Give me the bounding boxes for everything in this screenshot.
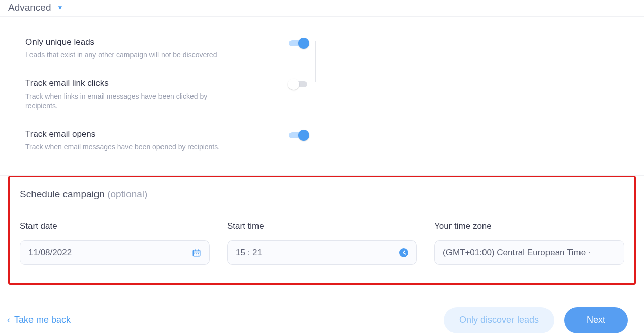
- start-time-field: Start time 15 : 21: [227, 221, 417, 265]
- field-label: Start date: [20, 221, 210, 231]
- setting-title: Only unique leads: [25, 37, 217, 47]
- toggle-unique-leads[interactable]: [289, 40, 307, 46]
- clock-icon: [399, 248, 408, 257]
- setting-description: Leads that exist in any other campaign w…: [25, 50, 217, 60]
- setting-description: Track when email messages have been open…: [25, 142, 220, 152]
- setting-track-clicks: Track email link clicks Track when links…: [25, 75, 307, 126]
- next-button[interactable]: Next: [564, 307, 628, 333]
- advanced-settings: Only unique leads Leads that exist in an…: [8, 17, 636, 175]
- field-label: Your time zone: [434, 221, 624, 231]
- chevron-down-icon: ▼: [57, 4, 63, 11]
- schedule-heading: Schedule campaign (optional): [20, 189, 624, 200]
- advanced-title: Advanced: [8, 2, 51, 13]
- setting-title: Track email opens: [25, 129, 220, 139]
- take-me-back-link[interactable]: ‹ Take me back: [7, 315, 71, 325]
- start-date-input[interactable]: 11/08/2022: [20, 240, 210, 265]
- setting-title: Track email link clicks: [25, 78, 239, 88]
- start-date-value: 11/08/2022: [28, 248, 72, 258]
- advanced-section-toggle[interactable]: Advanced ▼: [8, 0, 636, 16]
- schedule-heading-text: Schedule campaign: [20, 189, 105, 199]
- timezone-value: (GMT+01:00) Central European Time ·: [443, 248, 591, 258]
- chevron-left-icon: ‹: [7, 315, 10, 325]
- calendar-icon: [192, 248, 201, 257]
- toggle-track-opens[interactable]: [289, 132, 307, 138]
- setting-unique-leads: Only unique leads Leads that exist in an…: [25, 34, 307, 75]
- start-date-field: Start date 11/08/2022: [20, 221, 210, 265]
- schedule-optional-label: (optional): [107, 189, 147, 199]
- start-time-input[interactable]: 15 : 21: [227, 240, 417, 265]
- only-discover-leads-button[interactable]: Only discover leads: [444, 307, 554, 333]
- back-link-label: Take me back: [14, 315, 71, 325]
- start-time-value: 15 : 21: [236, 248, 262, 258]
- schedule-campaign-section: Schedule campaign (optional) Start date …: [8, 176, 636, 285]
- setting-description: Track when links in email messages have …: [25, 92, 239, 111]
- timezone-select[interactable]: (GMT+01:00) Central European Time ·: [434, 240, 624, 265]
- vertical-divider: [315, 41, 316, 82]
- setting-track-opens: Track email opens Track when email messa…: [25, 126, 307, 157]
- timezone-field: Your time zone (GMT+01:00) Central Europ…: [434, 221, 624, 265]
- field-label: Start time: [227, 221, 417, 231]
- toggle-track-clicks[interactable]: [289, 81, 307, 87]
